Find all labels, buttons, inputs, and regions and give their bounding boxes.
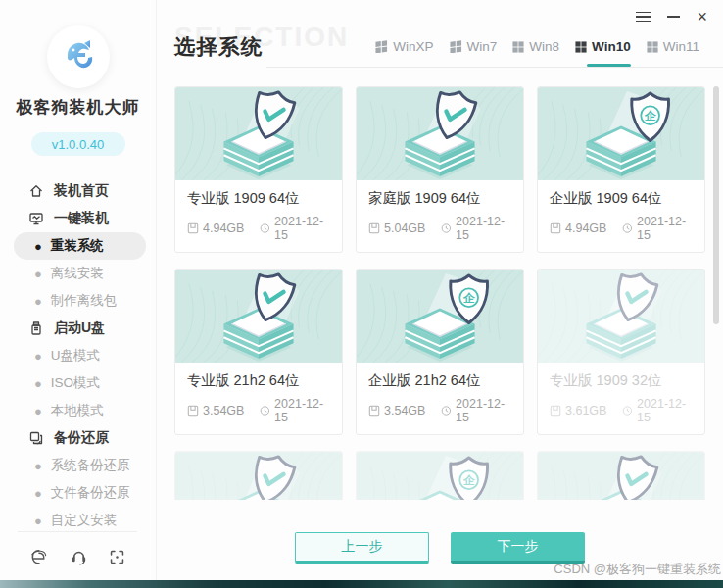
- tab-win7[interactable]: Win7: [450, 39, 498, 54]
- system-box-check-illustration: [175, 87, 342, 180]
- clock-icon: [260, 222, 270, 234]
- windows-flag-icon: [450, 40, 462, 53]
- system-card-disabled[interactable]: 专业版 1909 32位 3.61GB 2021-12-15: [537, 269, 705, 435]
- csdn-watermark-text: CSDN @极客狗一键重装系统: [554, 561, 721, 578]
- card-date: 2021-12-15: [274, 397, 330, 424]
- minimize-button[interactable]: [667, 10, 680, 24]
- sidebar-item-one-key-install[interactable]: 一键装机: [0, 205, 156, 232]
- tab-win8[interactable]: Win8: [512, 39, 559, 54]
- clock-icon: [260, 405, 270, 416]
- card-date: 2021-12-15: [274, 215, 330, 242]
- card-date: 2021-12-15: [456, 397, 511, 424]
- window-menu-button[interactable]: [636, 10, 651, 24]
- card-size: 5.04GB: [384, 221, 425, 235]
- sidebar-item-local-mode[interactable]: ● 本地模式: [14, 397, 146, 424]
- os-tabs: WinXP Win7 Win8: [375, 39, 699, 54]
- version-badge: v1.0.0.40: [31, 132, 125, 156]
- card-date: 2021-12-15: [637, 397, 693, 424]
- tab-win11[interactable]: Win11: [647, 39, 699, 54]
- tab-win10[interactable]: Win10: [575, 39, 631, 54]
- system-card[interactable]: 专业版 21h2 64位 3.54GB 2021-12-15: [174, 269, 343, 435]
- disk-icon: [187, 222, 199, 234]
- bullet-icon: ●: [34, 405, 42, 417]
- system-box-check-illustration: [175, 452, 342, 500]
- sidebar-item-usb-mode[interactable]: ● U盘模式: [14, 342, 146, 369]
- card-size: 4.94GB: [203, 221, 244, 235]
- sidebar-item-reinstall-system[interactable]: ● 重装系统: [14, 232, 146, 260]
- divider: [18, 531, 137, 532]
- system-card[interactable]: 企业版 21h2 64位 3.54GB 2021-12-15: [356, 269, 524, 435]
- card-date: 2021-12-15: [637, 215, 693, 242]
- tab-winxp[interactable]: WinXP: [375, 39, 433, 54]
- disk-icon: [187, 405, 199, 416]
- system-box-check-illustration: [538, 452, 704, 500]
- system-card-partial[interactable]: [356, 451, 524, 500]
- next-step-button[interactable]: 下一步: [451, 532, 585, 564]
- windows-flag-icon: [375, 40, 388, 53]
- support-headset-icon[interactable]: [70, 548, 88, 566]
- card-size: 3.54GB: [203, 404, 244, 417]
- system-card-list: 专业版 1909 64位 4.94GB 2021-12-15 家庭版: [174, 86, 705, 500]
- bullet-icon: ●: [34, 377, 42, 390]
- disk-icon: [550, 405, 561, 416]
- system-box-enterprise-illustration: [357, 452, 523, 500]
- scan-qr-icon[interactable]: [109, 549, 125, 565]
- system-card-partial[interactable]: [174, 451, 343, 500]
- system-box-check-illustration: [538, 270, 704, 363]
- card-title: 专业版 21h2 64位: [187, 371, 330, 390]
- bullet-icon: ●: [34, 460, 42, 472]
- sidebar-menu: 装机首页 一键装机 ● 重装系统 ● 离线安装 ● 制作离线包: [0, 177, 156, 534]
- bullet-icon: ●: [34, 240, 42, 253]
- card-size: 3.54GB: [384, 404, 425, 417]
- previous-step-button[interactable]: 上一步: [295, 532, 429, 564]
- sidebar-item-backup-restore[interactable]: 备份还原: [0, 424, 156, 452]
- card-title: 家庭版 1909 64位: [368, 189, 511, 208]
- sidebar-item-make-offline-pack[interactable]: ● 制作离线包: [14, 287, 146, 315]
- card-size: 3.61GB: [565, 404, 606, 417]
- window-controls: ×: [636, 10, 707, 24]
- card-title: 企业版 1909 64位: [550, 189, 693, 208]
- app-logo: [47, 25, 110, 88]
- disk-icon: [368, 405, 380, 416]
- system-card-partial[interactable]: [537, 451, 705, 500]
- sidebar-footer: [0, 531, 155, 580]
- sidebar-item-custom-install[interactable]: ● 自定义安装: [14, 507, 146, 534]
- windows-logo-icon: [575, 41, 587, 53]
- monitor-icon: [28, 211, 44, 226]
- sidebar: 极客狗装机大师 v1.0.0.40 装机首页 一键装机 ● 重装系统: [0, 0, 157, 580]
- system-card[interactable]: 专业版 1909 64位 4.94GB 2021-12-15: [174, 86, 343, 253]
- windows-logo-icon: [647, 41, 658, 53]
- sidebar-item-offline-install[interactable]: ● 离线安装: [14, 260, 146, 287]
- system-box-enterprise-illustration: [538, 87, 704, 180]
- system-box-check-illustration: [175, 270, 342, 363]
- card-title: 专业版 1909 64位: [187, 189, 330, 208]
- card-title: 专业版 1909 32位: [550, 371, 693, 390]
- clock-icon: [622, 405, 633, 416]
- card-title: 企业版 21h2 64位: [368, 371, 511, 390]
- app-name: 极客狗装机大师: [0, 96, 156, 119]
- wizard-actions: 上一步 下一步: [157, 532, 723, 564]
- main-content: × SELECTION 选择系统 WinXP: [157, 0, 723, 580]
- ie-browser-icon[interactable]: [29, 548, 48, 566]
- clock-icon: [441, 405, 452, 416]
- windows-logo-icon: [512, 41, 524, 53]
- sidebar-item-system-backup-restore[interactable]: ● 系统备份还原: [14, 452, 146, 479]
- home-icon: [28, 183, 44, 199]
- bullet-icon: ●: [34, 268, 42, 280]
- close-button[interactable]: ×: [697, 10, 707, 24]
- bullet-icon: ●: [34, 295, 42, 308]
- sidebar-item-file-backup-restore[interactable]: ● 文件备份还原: [14, 479, 146, 507]
- sidebar-item-home[interactable]: 装机首页: [0, 177, 156, 205]
- clock-icon: [441, 222, 452, 234]
- app-window: 极客狗装机大师 v1.0.0.40 装机首页 一键装机 ● 重装系统: [0, 0, 723, 588]
- sidebar-item-iso-mode[interactable]: ● ISO模式: [14, 369, 146, 397]
- sidebar-item-boot-usb[interactable]: 启动U盘: [0, 315, 156, 342]
- system-card[interactable]: 家庭版 1909 64位 5.04GB 2021-12-15: [356, 86, 524, 253]
- system-box-enterprise-illustration: [357, 270, 523, 363]
- usb-drive-icon: [28, 320, 44, 336]
- system-card[interactable]: 企业版 1909 64位 4.94GB 2021-12-15: [537, 86, 705, 253]
- page-title: 选择系统: [174, 32, 263, 61]
- bullet-icon: ●: [34, 487, 42, 500]
- backup-restore-icon: [28, 430, 44, 446]
- scrollbar-thumb[interactable]: [713, 86, 719, 324]
